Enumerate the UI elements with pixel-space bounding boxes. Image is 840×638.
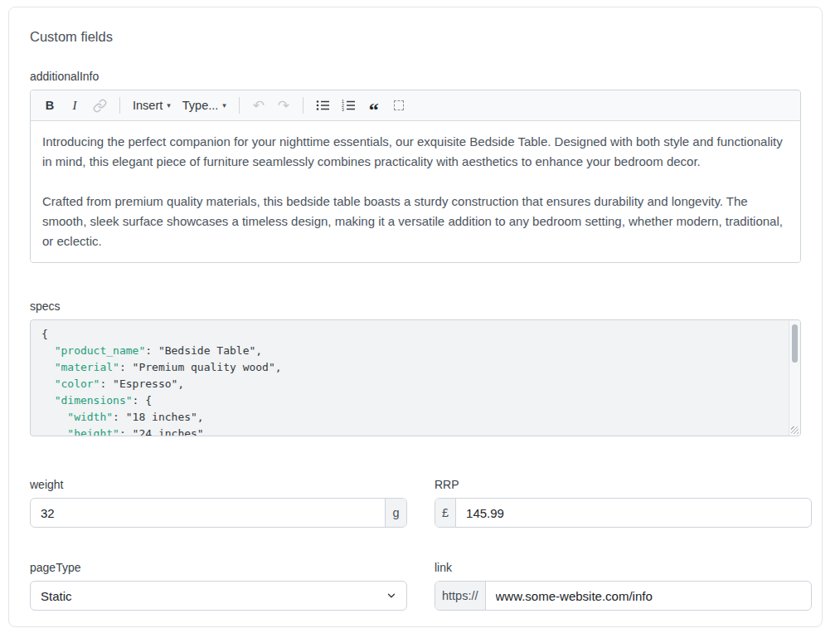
link-input-group: https:// <box>435 581 812 611</box>
page-type-select[interactable]: Static <box>30 581 407 611</box>
caret-down-icon: ▾ <box>167 102 171 110</box>
editor-paragraph: Introducing the perfect companion for yo… <box>42 132 789 172</box>
weight-input-group: g <box>30 498 407 528</box>
specs-label: specs <box>30 300 801 313</box>
editor-toolbar: B I Insert ▾ Type... ▾ ↶ ↷ <box>31 90 800 121</box>
custom-fields-card: Custom fields additionalInfo B I Insert … <box>8 7 823 627</box>
bullet-list-button[interactable] <box>312 95 334 116</box>
link-button[interactable] <box>89 95 111 116</box>
page-type-label: pageType <box>30 561 407 574</box>
italic-button[interactable]: I <box>64 95 85 116</box>
type-menu-label: Type... <box>182 99 219 112</box>
weight-unit-addon: g <box>385 499 406 527</box>
toolbar-separator <box>303 97 303 114</box>
caret-down-icon: ▾ <box>222 102 226 110</box>
redo-icon: ↷ <box>278 97 289 114</box>
insert-menu-label: Insert <box>133 99 163 112</box>
currency-addon: £ <box>435 499 456 527</box>
dashed-square-icon <box>394 100 404 110</box>
weight-label: weight <box>30 478 407 491</box>
card-title: Custom fields <box>30 29 801 45</box>
specs-code-field[interactable]: { "product_name": "Bedside Table", "mate… <box>30 319 801 436</box>
rrp-label: RRP <box>435 478 812 491</box>
numbered-list-button[interactable]: 1 2 3 <box>337 95 360 116</box>
undo-button[interactable]: ↶ <box>248 95 269 116</box>
editor-paragraph: Crafted from premium quality materials, … <box>42 192 789 251</box>
protocol-addon: https:// <box>435 582 486 610</box>
link-icon <box>93 99 107 113</box>
svg-text:3: 3 <box>342 107 344 112</box>
page-type-select-wrap: Static <box>30 581 407 611</box>
scrollbar-thumb[interactable] <box>792 324 798 363</box>
vertical-scrollbar[interactable] <box>789 320 800 436</box>
blockquote-button[interactable]: “ <box>363 95 385 116</box>
type-menu-button[interactable]: Type... ▾ <box>178 95 231 116</box>
container-block-button[interactable] <box>388 95 410 116</box>
toolbar-separator <box>119 97 120 114</box>
weight-input[interactable] <box>31 499 385 527</box>
link-input[interactable] <box>486 582 811 610</box>
resize-grip-icon[interactable] <box>791 426 799 434</box>
blockquote-icon: “ <box>369 105 379 114</box>
bullet-list-icon <box>316 99 330 112</box>
specs-json-content[interactable]: { "product_name": "Bedside Table", "mate… <box>31 320 800 436</box>
rrp-input-group: £ <box>435 498 812 528</box>
toolbar-separator <box>239 97 240 114</box>
rrp-input[interactable] <box>456 499 811 527</box>
insert-menu-button[interactable]: Insert ▾ <box>129 95 175 116</box>
numbered-list-icon: 1 2 3 <box>342 99 356 112</box>
link-label: link <box>435 561 812 574</box>
bold-button[interactable]: B <box>39 95 61 116</box>
additional-info-label: additionalInfo <box>30 70 801 83</box>
redo-button[interactable]: ↷ <box>273 95 294 116</box>
undo-icon: ↶ <box>253 97 265 114</box>
rich-text-content[interactable]: Introducing the perfect companion for yo… <box>31 121 800 262</box>
rich-text-editor: B I Insert ▾ Type... ▾ ↶ ↷ <box>30 90 801 263</box>
